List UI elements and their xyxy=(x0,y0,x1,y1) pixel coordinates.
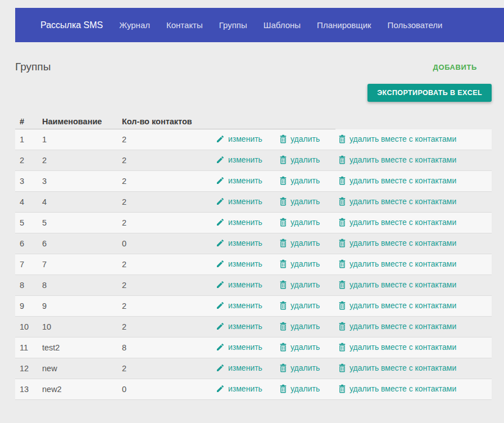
nav-item-contacts[interactable]: Контакты xyxy=(166,20,203,30)
edit-link-label: изменить xyxy=(228,322,262,331)
delete-with-contacts-link[interactable]: удалить вместе с контактами xyxy=(338,363,456,372)
pencil-icon xyxy=(216,343,225,352)
contacts-count: 2 xyxy=(122,322,216,331)
edit-link[interactable]: изменить xyxy=(216,259,262,268)
trash-icon xyxy=(338,301,346,310)
delete-with-contacts-link[interactable]: удалить вместе с контактами xyxy=(338,218,456,227)
delete-link[interactable]: удалить xyxy=(279,280,320,289)
add-button[interactable]: ДОБАВИТЬ xyxy=(430,62,480,72)
delete-link[interactable]: удалить xyxy=(279,363,320,372)
pencil-icon xyxy=(216,363,225,372)
trash-icon xyxy=(279,218,287,227)
delete-link-label: удалить xyxy=(290,218,320,227)
group-name: 3 xyxy=(42,177,122,186)
pencil-icon xyxy=(216,176,225,185)
row-number: 7 xyxy=(15,260,42,269)
trash-icon xyxy=(279,197,287,206)
edit-link[interactable]: изменить xyxy=(216,301,262,310)
row-number: 4 xyxy=(15,197,42,206)
trash-icon xyxy=(338,280,346,289)
contacts-count: 2 xyxy=(122,218,216,227)
delete-link[interactable]: удалить xyxy=(279,197,320,206)
trash-icon xyxy=(338,259,346,268)
export-to-excel-button[interactable]: ЭКСПОРТИРОВАТЬ В EXCEL xyxy=(367,84,492,102)
nav-item-users[interactable]: Пользователи xyxy=(388,20,443,30)
group-name: new xyxy=(42,364,122,373)
delete-link[interactable]: удалить xyxy=(279,238,320,248)
delete-with-contacts-link[interactable]: удалить вместе с контактами xyxy=(338,197,456,206)
trash-icon xyxy=(338,218,346,227)
delete-with-contacts-link-label: удалить вместе с контактами xyxy=(349,322,456,331)
page-title: Группы xyxy=(15,61,51,73)
edit-link[interactable]: изменить xyxy=(216,322,262,331)
row-number: 11 xyxy=(15,343,42,352)
trash-icon xyxy=(279,322,287,331)
delete-link[interactable]: удалить xyxy=(279,155,320,164)
contacts-count: 2 xyxy=(122,197,216,206)
delete-with-contacts-link-label: удалить вместе с контактами xyxy=(349,197,456,206)
delete-with-contacts-link[interactable]: удалить вместе с контактами xyxy=(338,280,456,289)
edit-link-label: изменить xyxy=(228,301,262,310)
nav-item-templates[interactable]: Шаблоны xyxy=(264,20,301,30)
nav-item-scheduler[interactable]: Планировщик xyxy=(317,20,371,30)
edit-link[interactable]: изменить xyxy=(216,280,262,289)
delete-link[interactable]: удалить xyxy=(279,343,320,352)
group-name: 1 xyxy=(42,135,122,144)
delete-with-contacts-link[interactable]: удалить вместе с контактами xyxy=(338,384,456,393)
delete-link[interactable]: удалить xyxy=(279,218,320,227)
delete-with-contacts-link[interactable]: удалить вместе с контактами xyxy=(338,301,456,310)
delete-with-contacts-link-label: удалить вместе с контактами xyxy=(349,280,456,289)
edit-link[interactable]: изменить xyxy=(216,384,262,393)
delete-link-label: удалить xyxy=(290,280,320,289)
column-header-number: # xyxy=(15,117,42,126)
delete-with-contacts-link[interactable]: удалить вместе с контактами xyxy=(338,238,456,248)
delete-with-contacts-link[interactable]: удалить вместе с контактами xyxy=(338,259,456,268)
row-number: 5 xyxy=(15,218,42,227)
delete-with-contacts-link[interactable]: удалить вместе с контактами xyxy=(338,343,456,352)
delete-link-label: удалить xyxy=(290,176,320,185)
delete-link-label: удалить xyxy=(290,259,320,268)
trash-icon xyxy=(338,343,346,352)
delete-link[interactable]: удалить xyxy=(279,176,320,185)
table-row: 13 new2 0 изменить xyxy=(15,379,492,400)
nav-item-groups[interactable]: Группы xyxy=(219,20,247,30)
delete-with-contacts-link[interactable]: удалить вместе с контактами xyxy=(338,155,456,164)
delete-with-contacts-link-label: удалить вместе с контактами xyxy=(349,301,456,310)
pencil-icon xyxy=(216,134,225,143)
edit-link[interactable]: изменить xyxy=(216,238,262,248)
edit-link[interactable]: изменить xyxy=(216,134,262,143)
groups-table: # Наименование Кол-во контактов 1 1 2 из… xyxy=(15,114,492,400)
delete-link-label: удалить xyxy=(290,238,320,248)
delete-link-label: удалить xyxy=(290,134,320,143)
row-number: 13 xyxy=(15,385,42,394)
row-number: 8 xyxy=(15,281,42,290)
table-row: 8 8 2 изменить xyxy=(15,275,492,296)
delete-with-contacts-link[interactable]: удалить вместе с контактами xyxy=(338,176,456,185)
row-number: 1 xyxy=(15,135,42,144)
edit-link-label: изменить xyxy=(228,343,262,352)
delete-link[interactable]: удалить xyxy=(279,384,320,393)
trash-icon xyxy=(279,155,287,164)
table-row: 7 7 2 изменить xyxy=(15,254,492,275)
edit-link-label: изменить xyxy=(228,218,262,227)
delete-with-contacts-link[interactable]: удалить вместе с контактами xyxy=(338,322,456,331)
table-header: # Наименование Кол-во контактов xyxy=(15,114,335,129)
trash-icon xyxy=(279,134,287,143)
table-body: 1 1 2 изменить xyxy=(15,129,492,400)
delete-link[interactable]: удалить xyxy=(279,259,320,268)
edit-link[interactable]: изменить xyxy=(216,343,262,352)
brand-title[interactable]: Рассылка SMS xyxy=(40,20,103,30)
edit-link-label: изменить xyxy=(228,259,262,268)
delete-link[interactable]: удалить xyxy=(279,134,320,143)
delete-with-contacts-link[interactable]: удалить вместе с контактами xyxy=(338,134,456,143)
edit-link[interactable]: изменить xyxy=(216,176,262,185)
edit-link[interactable]: изменить xyxy=(216,218,262,227)
edit-link[interactable]: изменить xyxy=(216,363,262,372)
nav-item-journal[interactable]: Журнал xyxy=(119,20,150,30)
delete-link[interactable]: удалить xyxy=(279,322,320,331)
edit-link[interactable]: изменить xyxy=(216,197,262,206)
table-row: 9 9 2 изменить xyxy=(15,296,492,317)
trash-icon xyxy=(279,238,287,248)
edit-link[interactable]: изменить xyxy=(216,155,262,164)
delete-link[interactable]: удалить xyxy=(279,301,320,310)
